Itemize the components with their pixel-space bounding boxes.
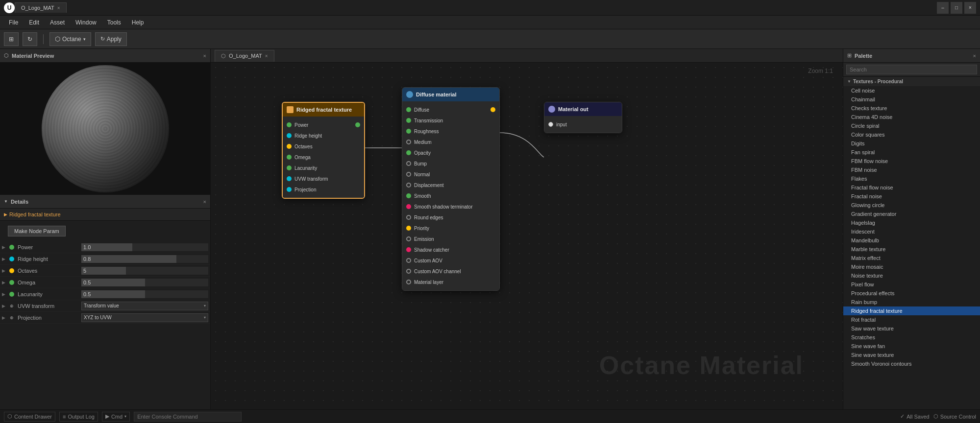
palette-item-cinema4d[interactable]: Cinema 4D noise [843,113,980,121]
console-input[interactable] [134,412,242,422]
details-close[interactable]: × [203,199,206,205]
graph-tab-close[interactable]: × [265,53,268,59]
pin-projection-label: Projection [294,187,316,192]
prop-value-ridge[interactable]: 0.8 [81,255,208,263]
prop-value-omega[interactable]: 0.5 [81,279,208,286]
menu-window[interactable]: Window [71,17,101,28]
palette-item-matrix[interactable]: Matrix effect [843,254,980,262]
node-ridged[interactable]: Ridged fractal texture Power Ridge heigh… [282,102,365,199]
close-button[interactable]: × [964,2,976,14]
palette-item-smooth-voronoi[interactable]: Smooth Voronoi contours [843,359,980,368]
prop-value-uvw[interactable]: Transform value ▾ [81,302,208,310]
cmd-button[interactable]: ▶ Cmd ▾ [102,412,130,422]
pin-smooth-shadow-label: Smooth shadow terminator [414,204,473,210]
cmd-label: Cmd [111,414,122,420]
toolbar-icon-btn-2[interactable]: ↻ [23,32,37,46]
file-tab-close[interactable]: × [57,5,60,11]
sphere-texture [42,65,169,192]
graph-tab[interactable]: ⬡ O_Logo_MAT × [215,50,274,62]
palette-item-digits[interactable]: Digits [843,139,980,148]
output-log-button[interactable]: ≡ Output Log [59,412,98,422]
prop-value-projection[interactable]: XYZ to UVW ▾ [81,313,208,322]
palette-item-scratches[interactable]: Scratches [843,333,980,342]
pin-transmission-label: Transmission [414,118,443,123]
palette-item-circle-spiral[interactable]: Circle spiral [843,121,980,130]
prop-value-power[interactable]: 1.0 [81,243,208,251]
make-node-param-button[interactable]: Make Node Param [8,226,66,236]
omega-value: 0.5 [83,279,91,286]
file-tab[interactable]: O_Logo_MAT × [15,2,67,13]
node-name-triangle: ▶ [4,212,7,217]
palette-item-gradient[interactable]: Gradient generator [843,210,980,218]
details-section-header[interactable]: ▼ Details × [0,195,210,209]
palette-item-fbm-flow[interactable]: FBM flow noise [843,157,980,165]
content-drawer-button[interactable]: ⬡ Content Drawer [4,412,55,422]
pin-round-edges-dot [406,215,411,220]
palette-item-rot-fractal[interactable]: Rot fractal [843,315,980,324]
palette-close[interactable]: × [973,53,976,59]
node-diffuse[interactable]: Diffuse material Diffuse Transmission R [402,87,500,291]
apply-icon: ↻ [100,36,105,42]
prop-value-lacunarity[interactable]: 0.5 [81,290,208,298]
palette-item-marble[interactable]: Marble texture [843,245,980,254]
pin-custom-aov-channel-label: Custom AOV channel [414,269,461,274]
palette-item-cell-noise[interactable]: Cell noise [843,86,980,95]
minimize-button[interactable]: – [937,2,949,14]
palette-item-fan-spiral[interactable]: Fan spiral [843,148,980,157]
prop-value-octaves[interactable]: 5 [81,267,208,275]
apply-button[interactable]: ↻ Apply [95,32,127,46]
palette-item-fbm-noise[interactable]: FBM noise [843,165,980,174]
menu-asset[interactable]: Asset [45,17,70,28]
material-preview-close[interactable]: × [203,53,206,59]
palette-item-chainmail[interactable]: Chainmail [843,95,980,104]
prop-expand-power[interactable]: ▶ [2,245,8,250]
palette-item-checks[interactable]: Checks texture [843,104,980,113]
node-matout[interactable]: Material out input [544,102,622,133]
projection-dropdown[interactable]: XYZ to UVW ▾ [81,313,208,322]
pin-smooth-dot [406,193,411,198]
palette-item-pixel-flow[interactable]: Pixel flow [843,280,980,289]
lacunarity-value: 0.5 [83,290,91,298]
palette-item-moire[interactable]: Moire mosaic [843,262,980,271]
maximize-button[interactable]: □ [951,2,962,14]
prop-expand-uvw[interactable]: ▶ [2,304,8,308]
prop-expand-projection[interactable]: ▶ [2,315,8,320]
pin-priority: Priority [402,223,499,234]
graph-tab-bar: ⬡ O_Logo_MAT × [211,49,843,63]
palette-category-textures[interactable]: ▼ Textures - Procedural [843,77,980,86]
menu-tools[interactable]: Tools [102,17,126,28]
details-collapse-icon: ▼ [4,199,8,204]
palette-item-fractal-flow[interactable]: Fractal flow noise [843,183,980,192]
node-diffuse-icon [406,91,413,98]
menu-help[interactable]: Help [127,17,149,28]
menu-file[interactable]: File [4,17,23,28]
palette-item-mandelbulb[interactable]: Mandelbulb [843,236,980,245]
toolbar-icon-btn-1[interactable]: ⊞ [4,32,19,46]
menu-edit[interactable]: Edit [24,17,44,28]
prop-expand-omega[interactable]: ▶ [2,280,8,285]
palette-item-color-squares[interactable]: Color squares [843,130,980,139]
prop-expand-ridge[interactable]: ▶ [2,257,8,261]
palette-item-flakes[interactable]: Flakes [843,174,980,183]
palette-item-rain-bump[interactable]: Rain bump [843,298,980,306]
prop-expand-octaves[interactable]: ▶ [2,268,8,273]
property-power: ▶ Power 1.0 [0,241,210,253]
uvw-dropdown[interactable]: Transform value ▾ [81,302,208,310]
octane-menu-button[interactable]: ⬡ Octane ▾ [49,32,91,46]
palette-item-ridged[interactable]: Ridged fractal texture [843,306,980,315]
prop-icon-octaves [8,267,16,275]
graph-canvas[interactable]: Zoom 1:1 Ridged fractal texture Power [211,63,843,409]
palette-item-procedural[interactable]: Procedural effects [843,289,980,298]
palette-item-noise[interactable]: Noise texture [843,271,980,280]
palette-item-sine-fan[interactable]: Sine wave fan [843,342,980,351]
prop-expand-lacunarity[interactable]: ▶ [2,292,8,297]
palette-item-iridescent[interactable]: Iridescent [843,227,980,236]
palette-item-saw-wave[interactable]: Saw wave texture [843,324,980,333]
palette-item-fractal-noise[interactable]: Fractal noise [843,192,980,201]
palette-item-glowing-circle[interactable]: Glowing circle [843,201,980,210]
palette-search-input[interactable] [846,65,977,74]
prop-name-octaves: Octaves [18,268,81,274]
palette-item-hagelslag[interactable]: Hagelslag [843,218,980,227]
palette-item-sine-texture[interactable]: Sine wave texture [843,351,980,359]
center-panel[interactable]: ⬡ O_Logo_MAT × Zoom 1:1 Ridged fractal t… [211,49,843,409]
